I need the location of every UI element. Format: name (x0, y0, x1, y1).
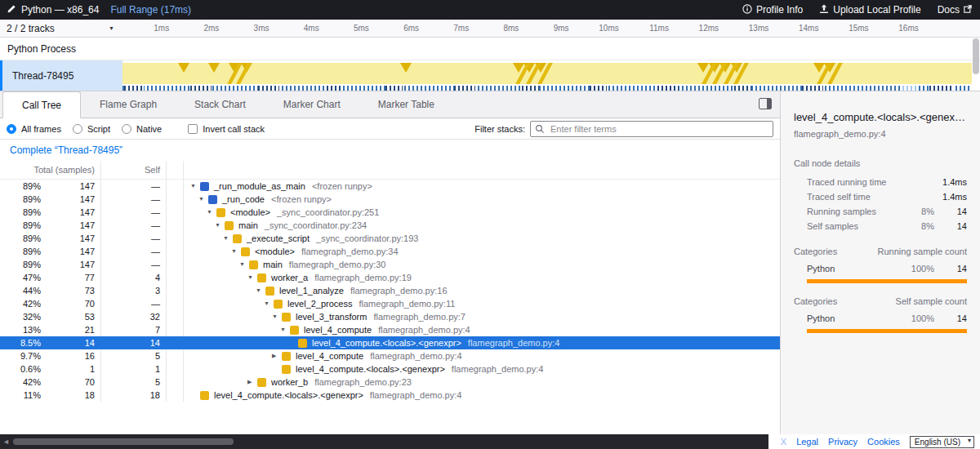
twisty-icon[interactable]: ▼ (272, 310, 282, 323)
sidebar-toggle-button[interactable] (759, 98, 772, 112)
tab-flame-graph[interactable]: Flame Graph (81, 91, 176, 118)
call-tree-row[interactable]: 42% 70 — ▼ level_2_process flamegraph_de… (0, 297, 780, 310)
row-total-pct: 9.7% (0, 349, 41, 362)
row-total-samples: 70 (41, 297, 100, 310)
ruler-tick: 14ms (772, 20, 822, 37)
twisty-icon[interactable]: ▼ (190, 180, 200, 193)
twisty-icon[interactable]: ▼ (264, 297, 274, 310)
row-total-samples: 147 (41, 258, 100, 271)
docs-link[interactable]: Docs (938, 4, 972, 16)
call-tree-row[interactable]: 47% 77 4 ▼ worker_a flamegraph_demo.py:1… (0, 271, 780, 284)
twisty-icon[interactable]: ▼ (215, 219, 225, 232)
vertical-scrollbar-thumb[interactable] (973, 38, 979, 74)
row-gutter (167, 180, 184, 193)
category-color-icon (249, 260, 258, 269)
cookies-link[interactable]: Cookies (867, 437, 900, 447)
marker-triangle-icon (208, 63, 220, 73)
tracks-dropdown[interactable]: 2 / 2 tracks ▼ (0, 20, 122, 37)
tab-marker-chart[interactable]: Marker Chart (265, 91, 359, 118)
column-header-total[interactable]: Total (samples) (0, 161, 101, 179)
tab-marker-table[interactable]: Marker Table (359, 91, 453, 118)
call-tree-row[interactable]: 89% 147 — ▼ main _sync_coordinator.py:23… (0, 219, 780, 232)
upload-profile-button[interactable]: Upload Local Profile (819, 4, 920, 16)
track-activity-band[interactable] (122, 63, 972, 84)
row-gutter (167, 297, 184, 310)
call-tree-row[interactable]: 89% 147 — ▼ <module> flamegraph_demo.py:… (0, 245, 780, 258)
row-self: 1 (101, 362, 167, 376)
vertical-scrollbar[interactable] (973, 38, 979, 89)
profile-name-button[interactable]: Python — x86_64 (7, 4, 99, 16)
native-radio[interactable] (122, 124, 131, 134)
ruler-tick: 9ms (522, 20, 572, 37)
twisty-icon[interactable]: ▶ (247, 376, 257, 389)
ruler-tick: 16ms (872, 20, 922, 37)
footer-x-link[interactable]: X (781, 437, 786, 447)
thread-track-label[interactable]: Thread-78495 (0, 60, 122, 91)
category-bar-python-running (807, 279, 967, 283)
twisty-icon[interactable]: ▼ (198, 193, 208, 206)
tab-stack-chart[interactable]: Stack Chart (176, 91, 265, 118)
horizontal-scrollbar-thumb[interactable] (13, 438, 234, 445)
call-tree-row[interactable]: 42% 70 5 ▶ worker_b flamegraph_demo.py:2… (0, 376, 780, 389)
thread-track[interactable]: Thread-78495 (0, 60, 980, 91)
script-radio[interactable] (73, 124, 82, 134)
track-samples[interactable] (122, 86, 972, 91)
twisty-icon[interactable]: ▼ (231, 245, 241, 258)
twisty-icon[interactable]: ▼ (280, 323, 290, 336)
detail-row: Traced self time 1.4ms (807, 189, 967, 204)
category-color-icon (208, 195, 217, 204)
thread-track-canvas[interactable] (122, 60, 972, 91)
tracks-summary-label: 2 / 2 tracks (7, 23, 55, 34)
tab-call-tree[interactable]: Call Tree (2, 91, 81, 118)
language-select[interactable]: English (US) ▾ (910, 436, 974, 448)
row-file-line: flamegraph_demo.py:16 (350, 284, 448, 297)
call-tree-row[interactable]: 44% 73 3 ▼ level_1_analyze flamegraph_de… (0, 284, 780, 297)
row-file-line: flamegraph_demo.py:34 (301, 245, 399, 258)
call-tree-row[interactable]: 89% 147 — ▼ main flamegraph_demo.py:30 (0, 258, 780, 271)
call-tree-row[interactable]: 9.7% 16 5 ▶ level_4_compute flamegraph_d… (0, 349, 780, 362)
row-file-line: flamegraph_demo.py:4 (452, 362, 544, 376)
row-gutter (167, 271, 184, 284)
upload-label: Upload Local Profile (833, 4, 920, 16)
row-indent (190, 278, 247, 278)
twisty-icon[interactable]: ▼ (223, 232, 233, 245)
category-color-icon (282, 365, 291, 374)
call-tree-row[interactable]: 89% 147 — ▼ _run_code <frozen runpy> (0, 193, 780, 206)
call-tree-row[interactable]: 89% 147 — ▼ _execute_script _sync_coordi… (0, 232, 780, 245)
twisty-icon[interactable]: ▼ (247, 271, 257, 284)
twisty-icon[interactable]: ▼ (256, 284, 265, 297)
sample-segment (124, 86, 144, 91)
invert-call-stack-checkbox[interactable] (188, 124, 198, 134)
breadcrumb[interactable]: Complete “Thread-78495” (10, 144, 122, 156)
call-tree-header: Total (samples) Self (0, 161, 780, 180)
call-tree-row[interactable]: 8.5% 14 14 level_4_compute.<locals>.<gen… (0, 336, 780, 349)
legal-link[interactable]: Legal (796, 437, 818, 447)
privacy-link[interactable]: Privacy (828, 437, 858, 447)
category-color-icon (200, 391, 209, 400)
process-track[interactable]: Python Process (0, 38, 980, 60)
call-tree-row[interactable]: 89% 147 — ▼ <module> _sync_coordinator.p… (0, 206, 780, 219)
twisty-icon[interactable]: ▼ (239, 258, 249, 271)
horizontal-scrollbar[interactable]: ◄ (0, 434, 768, 449)
full-range-link[interactable]: Full Range (17ms) (110, 4, 191, 16)
filter-stacks-input[interactable] (530, 121, 773, 137)
call-tree-row[interactable]: 89% 147 — ▼ _run_module_as_main <frozen … (0, 180, 780, 193)
selected-node-file: flamegraph_demo.py:4 (794, 129, 967, 139)
column-header-self[interactable]: Self (101, 161, 167, 179)
all-frames-radio[interactable] (7, 124, 16, 134)
self-sample-count-heading: Self sample count (896, 296, 967, 306)
row-indent (190, 330, 280, 331)
twisty-icon[interactable]: ▶ (272, 349, 282, 362)
category-color-icon (225, 221, 234, 230)
call-node-details: Traced running time 1.4ms Traced self ti… (807, 175, 967, 233)
scroll-left-arrow-icon[interactable]: ◄ (2, 438, 10, 446)
profile-info-button[interactable]: Profile Info (742, 4, 803, 16)
call-tree-row[interactable]: 11% 18 18 level_4_compute.<locals>.<gene… (0, 389, 780, 402)
call-tree-row[interactable]: 0.6% 1 1 level_4_compute.<locals>.<genex… (0, 362, 780, 376)
row-self: — (101, 180, 167, 193)
column-gutter (167, 161, 184, 179)
twisty-icon[interactable]: ▼ (207, 206, 216, 219)
call-tree-row[interactable]: 13% 21 7 ▼ level_4_compute flamegraph_de… (0, 323, 780, 336)
call-tree-row[interactable]: 32% 53 32 ▼ level_3_transform flamegraph… (0, 310, 780, 323)
row-function-name: main (238, 219, 258, 232)
